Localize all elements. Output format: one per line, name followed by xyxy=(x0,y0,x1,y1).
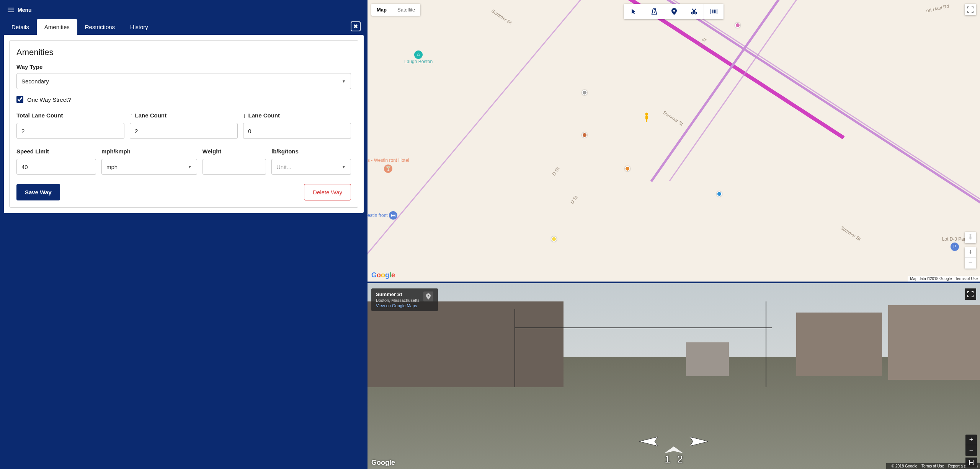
weight-label: Weight xyxy=(203,147,266,156)
sv-rotate-button[interactable] xyxy=(965,458,977,467)
tool-barcode[interactable] xyxy=(704,4,724,19)
map-node[interactable] xyxy=(551,236,557,242)
svg-rect-10 xyxy=(714,10,714,13)
poi-label-text: Laugh Boston xyxy=(404,59,433,64)
sv-terms-link[interactable]: Terms of Use xyxy=(921,464,944,468)
svg-point-4 xyxy=(673,10,675,12)
lanes-down-input[interactable] xyxy=(243,123,351,139)
svg-point-16 xyxy=(428,295,429,296)
svg-rect-11 xyxy=(714,10,715,13)
svg-rect-12 xyxy=(715,10,716,13)
map-node[interactable] xyxy=(582,90,587,95)
streetview-info: Summer St Boston, Massachusetts View on … xyxy=(371,288,438,311)
street-label-summer: Summer St xyxy=(490,8,513,25)
sv-nav-arrows xyxy=(635,436,712,448)
map-node[interactable] xyxy=(582,132,587,138)
tab-details[interactable]: Details xyxy=(4,19,37,35)
svg-rect-9 xyxy=(712,10,713,13)
sv-fullscreen-button[interactable] xyxy=(965,288,976,300)
parking-icon: P xyxy=(951,243,959,251)
lanes-up-label: ↑ Lane Count xyxy=(130,111,238,120)
poi-laugh-boston[interactable]: ☺ Laugh Boston xyxy=(404,50,433,64)
sv-view-link[interactable]: View on Google Maps xyxy=(376,303,420,308)
one-way-checkbox[interactable] xyxy=(16,96,23,103)
map-node[interactable] xyxy=(625,166,630,171)
svg-rect-15 xyxy=(970,236,972,239)
sv-zoom-in[interactable]: + xyxy=(965,435,977,445)
way-type-select[interactable]: Secondary xyxy=(16,73,351,89)
google-logo: Google xyxy=(371,271,395,279)
sv-zoom-control: + − xyxy=(965,435,977,456)
streetview-area[interactable]: Summer St Boston, Massachusetts View on … xyxy=(368,282,980,469)
map-type-satellite[interactable]: Satellite xyxy=(392,4,420,16)
map-node[interactable] xyxy=(717,191,722,197)
poi-westin2[interactable]: estin front 🛏 xyxy=(368,211,397,220)
weight-unit-label: lb/kg/tons xyxy=(271,147,351,156)
speed-unit-select[interactable]: mph xyxy=(101,159,197,175)
tool-road[interactable] xyxy=(644,4,664,19)
sv-compass[interactable]: 1 2 xyxy=(664,446,683,465)
tab-amenities[interactable]: Amenities xyxy=(37,19,77,35)
panel: Amenities Way Type Secondary ▼ One Way S… xyxy=(4,35,364,213)
delete-way-button[interactable]: Delete Way xyxy=(304,184,351,200)
sv-street-name: Summer St xyxy=(376,291,420,297)
zoom-in-button[interactable]: + xyxy=(965,247,976,258)
arrow-down-icon: ↓ xyxy=(243,112,246,119)
svg-rect-1 xyxy=(645,115,648,120)
poi-westin[interactable]: s - Westin ront Hotel 🍸 xyxy=(368,158,409,173)
street-label-fort-haul: ort Haul Rd xyxy=(926,3,950,13)
road xyxy=(368,0,628,272)
map-type-control: Map Satellite xyxy=(371,4,420,16)
tabs: Details Amenities Restrictions History ✖ xyxy=(0,19,368,35)
poi-pin-icon: ☺ xyxy=(414,50,423,59)
lanes-up-text: Lane Count xyxy=(135,112,167,119)
sv-arrow-left[interactable] xyxy=(635,436,658,448)
poi-lot-d3[interactable]: Lot D-3 Park P xyxy=(942,236,968,251)
menu-label[interactable]: Menu xyxy=(18,7,32,13)
total-lanes-label: Total Lane Count xyxy=(16,111,124,120)
pegman-on-map[interactable] xyxy=(643,112,650,122)
street-label-d: D St xyxy=(551,166,560,177)
hamburger-icon[interactable] xyxy=(8,8,14,12)
map-attribution: Map data ©2018 Google Terms of Use xyxy=(908,276,980,282)
map-tools xyxy=(624,4,724,19)
tool-cut[interactable] xyxy=(684,4,704,19)
sv-zoom-out[interactable]: − xyxy=(965,445,977,456)
pegman-control[interactable] xyxy=(965,232,976,243)
poi-label-text: estin front xyxy=(368,213,388,218)
map-area[interactable]: Summer St Summer St Summer St D St D St … xyxy=(368,0,980,282)
weight-unit-select[interactable]: Unit... xyxy=(271,159,351,175)
map-fullscreen-button[interactable] xyxy=(965,4,976,15)
svg-point-0 xyxy=(645,113,648,116)
street-label-d: D St xyxy=(569,194,579,205)
menu-bar: Menu xyxy=(0,4,368,16)
way-type-label: Way Type xyxy=(16,64,351,70)
map-zoom-control: + − xyxy=(965,247,976,269)
total-lanes-input[interactable] xyxy=(16,123,124,139)
map-terms-link[interactable]: Terms of Use xyxy=(955,277,978,281)
lanes-up-input[interactable] xyxy=(130,123,238,139)
sv-arrow-right[interactable] xyxy=(689,436,712,448)
sv-location: Boston, Massachusetts xyxy=(376,298,420,303)
map-data-text: Map data ©2018 Google xyxy=(910,277,952,281)
save-way-button[interactable]: Save Way xyxy=(16,184,60,200)
svg-rect-13 xyxy=(717,9,717,14)
sv-pin-icon[interactable] xyxy=(423,291,433,301)
zoom-out-button[interactable]: − xyxy=(965,258,976,269)
poi-label-text: s - Westin ront Hotel xyxy=(368,158,409,163)
tool-cursor[interactable] xyxy=(624,4,644,19)
svg-point-14 xyxy=(970,234,972,236)
martini-icon: 🍸 xyxy=(384,164,392,173)
close-tab-button[interactable]: ✖ xyxy=(351,21,361,31)
hotel-icon: 🛏 xyxy=(389,211,397,220)
weight-input[interactable] xyxy=(203,159,266,175)
speed-input[interactable] xyxy=(16,159,96,175)
map-type-map[interactable]: Map xyxy=(371,4,392,16)
one-way-label: One Way Street? xyxy=(27,96,71,103)
tab-history[interactable]: History xyxy=(122,19,156,35)
tool-pin[interactable] xyxy=(664,4,684,19)
tab-restrictions[interactable]: Restrictions xyxy=(77,19,122,35)
poi-label-text: Lot D-3 Park xyxy=(942,236,968,242)
map-node[interactable] xyxy=(735,23,740,28)
street-label-summer: Summer St xyxy=(662,109,684,126)
